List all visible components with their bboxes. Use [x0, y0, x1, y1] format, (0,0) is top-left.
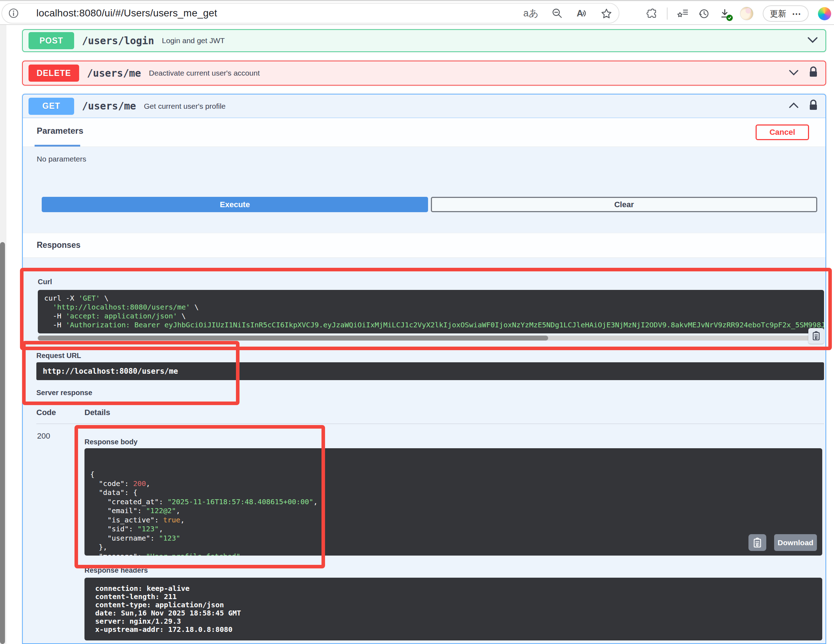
code-line: "email": "122@2",	[90, 506, 816, 516]
code-line: content-type: application/json	[95, 601, 811, 609]
method-badge-post: POST	[29, 32, 74, 49]
clear-button[interactable]: Clear	[431, 197, 817, 212]
profile-avatar[interactable]	[740, 7, 753, 20]
details-column-header: Details	[84, 408, 110, 417]
endpoint-path-post: /users/login	[82, 35, 154, 47]
request-url-bar: http://localhost:8080/users/me	[36, 362, 824, 380]
request-url-value: http://localhost:8080/users/me	[43, 367, 178, 375]
collections-icon[interactable]	[677, 8, 689, 19]
code-line: server: nginx/1.29.3	[95, 617, 811, 625]
history-icon[interactable]	[698, 8, 710, 19]
lock-icon[interactable]	[808, 99, 818, 113]
code-line: -H 'accept: application/json' \	[44, 312, 818, 320]
curl-command[interactable]: curl -X 'GET' \ 'http://localhost:8080/u…	[38, 290, 824, 333]
toolbar-divider	[667, 8, 668, 19]
no-parameters-text: No parameters	[37, 155, 86, 163]
response-body-label: Response body	[84, 438, 137, 446]
lock-icon[interactable]	[808, 66, 818, 80]
code-line: date: Sun,16 Nov 2025 18:58:45 GMT	[95, 609, 811, 617]
curl-horizontal-scrollbar[interactable]	[38, 335, 824, 341]
zoom-out-icon[interactable]	[551, 8, 563, 19]
method-badge-get: GET	[29, 98, 74, 115]
code-line: "data": {	[90, 488, 816, 497]
table-header-divider	[36, 424, 824, 424]
endpoint-path-get: /users/me	[82, 100, 136, 112]
extensions-puzzle-icon[interactable]	[646, 8, 658, 19]
responses-section-header: Responses	[23, 233, 826, 258]
info-icon[interactable]	[8, 8, 19, 19]
response-body-code: { "code": 200, "data": { "created_at": "…	[90, 470, 816, 555]
response-headers-label: Response headers	[84, 566, 148, 574]
request-url-label: Request URL	[36, 351, 81, 360]
read-aloud-icon[interactable]: A	[575, 8, 588, 19]
download-response-button[interactable]: Download	[774, 534, 817, 551]
code-line: "username": "123"	[90, 534, 816, 543]
code-line: curl -X 'GET' \	[44, 294, 818, 303]
endpoint-summary-post: Login and get JWT	[162, 36, 225, 45]
browser-toolbar: localhost:8080/ui/#/Users/users_me_get a…	[0, 0, 834, 25]
address-bar[interactable]: localhost:8080/ui/#/Users/users_me_get a…	[2, 3, 619, 24]
left-scrollbar-thumb[interactable]	[0, 242, 5, 644]
download-icon[interactable]	[719, 8, 731, 19]
code-line: "created_at": "2025-11-16T18:57:48.40861…	[90, 497, 816, 507]
chevron-down-icon[interactable]	[789, 69, 799, 78]
translate-icon[interactable]: aあ	[523, 7, 538, 19]
response-body: { "code": 200, "data": { "created_at": "…	[84, 448, 822, 555]
svg-text:A: A	[577, 8, 583, 18]
endpoint-get-users-me[interactable]: GET /users/me Get current user's profile	[23, 94, 826, 118]
cancel-button[interactable]: Cancel	[756, 125, 809, 140]
code-line: connection: keep-alive	[95, 584, 811, 593]
curl-label: Curl	[38, 278, 52, 286]
endpoint-summary-delete: Deactivate current user's account	[149, 69, 260, 78]
status-code: 200	[37, 432, 50, 441]
url-text[interactable]: localhost:8080/ui/#/Users/users_me_get	[36, 8, 217, 19]
copy-curl-button[interactable]	[808, 328, 824, 344]
endpoint-summary-get: Get current user's profile	[144, 102, 226, 110]
code-line: 'http://localhost:8080/users/me' \	[44, 303, 818, 312]
endpoint-post-users-login[interactable]: POST /users/login Login and get JWT	[22, 29, 826, 52]
code-line: x-upstream-addr: 172.18.0.8:8080	[95, 625, 811, 634]
tab-active-underline	[35, 145, 80, 147]
copy-response-button[interactable]	[748, 534, 766, 551]
code-line: "is_active": true,	[90, 516, 816, 525]
update-label[interactable]: 更新	[770, 8, 786, 19]
copilot-icon[interactable]	[818, 7, 831, 20]
code-line: },	[90, 543, 816, 552]
parameters-section-header: Parameters Cancel	[23, 118, 826, 147]
code-line: content-length: 211	[95, 593, 811, 601]
chevron-down-icon[interactable]	[807, 36, 818, 45]
server-response-label: Server response	[36, 389, 92, 397]
curl-scrollbar-thumb[interactable]	[38, 335, 548, 341]
download-complete-badge	[726, 15, 733, 21]
responses-title: Responses	[37, 240, 81, 250]
code-line: "message": "User profile fetched"	[90, 552, 816, 556]
browser-window: localhost:8080/ui/#/Users/users_me_get a…	[0, 0, 834, 644]
method-badge-delete: DELETE	[29, 65, 79, 82]
code-line: -H 'Authorization: Bearer eyJhbGciOiJIUz…	[44, 320, 818, 330]
execute-button[interactable]: Execute	[42, 197, 428, 212]
code-line: {	[90, 470, 816, 479]
chevron-up-icon[interactable]	[789, 102, 799, 110]
favorite-star-icon[interactable]	[601, 8, 612, 19]
code-line: "code": 200,	[90, 479, 816, 489]
endpoint-path-delete: /users/me	[87, 67, 141, 79]
response-headers: connection: keep-alivecontent-length: 21…	[84, 578, 822, 641]
code-column-header: Code	[36, 408, 56, 417]
browser-update-button[interactable]: 更新 ⋯	[763, 5, 809, 22]
tab-parameters[interactable]: Parameters	[37, 126, 83, 136]
endpoint-delete-users-me[interactable]: DELETE /users/me Deactivate current user…	[22, 61, 826, 86]
more-menu-icon[interactable]: ⋯	[792, 8, 802, 19]
code-line: "sid": "123",	[90, 524, 816, 534]
